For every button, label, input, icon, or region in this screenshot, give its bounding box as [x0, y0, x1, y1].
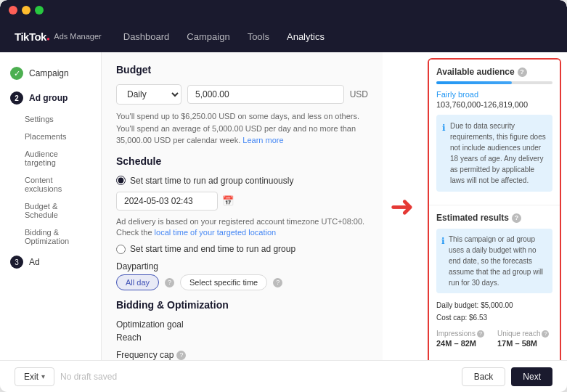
unique-reach-metric: Unique reach ? 17M – 58M	[497, 330, 552, 348]
budget-note: You'll spend up to $6,250.00 USD on some…	[116, 110, 368, 147]
bottom-left: Exit ▾ No draft saved	[15, 367, 117, 386]
chevron-down-icon: ▾	[41, 372, 45, 380]
dayparting-row: All day ? Select specific time ?	[116, 274, 368, 290]
next-button[interactable]: Next	[511, 367, 552, 386]
audience-info-icon[interactable]: ?	[518, 68, 527, 77]
estimated-title: Estimated results ?	[436, 213, 552, 223]
schedule-note-link[interactable]: local time of your targeted location	[155, 228, 277, 237]
title-bar	[0, 0, 567, 20]
top-nav: TikTok● Ads Manager Dashboard Campaign T…	[0, 20, 567, 52]
sidebar-sub-settings[interactable]: Settings	[0, 110, 101, 128]
sidebar-sub-content[interactable]: Content exclusions	[0, 171, 101, 197]
budget-row: Daily USD	[116, 84, 368, 105]
unique-reach-value: 17M – 58M	[497, 339, 552, 348]
sidebar-sub-placements[interactable]: Placements	[0, 128, 101, 145]
minimize-button[interactable]	[22, 6, 30, 15]
sidebar-label-campaign: Campaign	[29, 68, 69, 78]
optimization-goal-row: Optimization goal Reach	[116, 319, 368, 343]
sidebar-sub-budget[interactable]: Budget & Schedule	[0, 197, 101, 224]
content-area: Budget Daily USD You'll spend up to $6,2…	[102, 52, 567, 360]
daily-budget-label: Daily budget:	[436, 301, 478, 309]
cost-cap-value: $6.53	[469, 314, 487, 322]
right-panel-highlighted: Available audience ? Fairly broad 103,76…	[428, 58, 561, 360]
bidding-section-title: Bidding & Optimization	[116, 299, 368, 311]
specific-info-icon[interactable]: ?	[273, 278, 282, 287]
info-circle-icon2: ℹ	[441, 234, 445, 288]
sidebar-sub-bidding[interactable]: Bidding & Optimization	[0, 224, 101, 250]
frequency-cap-row: Frequency cap ? Show ads no more than 3 …	[116, 350, 368, 360]
estimated-note-text: This campaign or ad group uses a daily b…	[449, 234, 547, 288]
audience-info-box: ℹ Due to data security requirements, thi…	[436, 115, 552, 192]
schedule-option2-label: Set start time and end time to run ad gr…	[130, 244, 295, 254]
nav-dashboard[interactable]: Dashboard	[123, 28, 170, 45]
metrics-row: Impressions ? 24M – 82M Unique reach ?	[436, 330, 552, 348]
schedule-radio1[interactable]	[116, 176, 126, 185]
sidebar-item-adgroup[interactable]: 2 Ad group	[0, 86, 101, 110]
audience-section: Available audience ? Fairly broad 103,76…	[429, 60, 560, 205]
learn-more-link[interactable]: Learn more	[242, 136, 283, 144]
app-window: TikTok● Ads Manager Dashboard Campaign T…	[0, 0, 567, 392]
nav-tools[interactable]: Tools	[248, 28, 269, 45]
schedule-option2-row: Set start time and end time to run ad gr…	[116, 244, 368, 254]
brand-logo: TikTok● Ads Manager	[15, 30, 102, 43]
info-circle-icon: ℹ	[442, 121, 446, 186]
brand-name: TikTok●	[15, 30, 49, 43]
step-number-ad: 3	[10, 256, 23, 269]
sidebar-sub-audience[interactable]: Audience targeting	[0, 145, 101, 171]
back-button[interactable]: Back	[462, 367, 506, 386]
exit-label: Exit	[24, 372, 38, 382]
dayparting-label: Dayparting	[116, 261, 368, 271]
schedule-section-title: Schedule	[116, 155, 368, 167]
schedule-option1-row: Set start time to run ad group continuou…	[116, 176, 368, 186]
right-panel-wrapper: Available audience ? Fairly broad 103,76…	[422, 52, 567, 360]
exit-button[interactable]: Exit ▾	[15, 367, 54, 386]
impressions-metric: Impressions ? 24M – 82M	[436, 330, 491, 348]
nav-analytics[interactable]: Analytics	[287, 28, 325, 45]
frequency-info-icon[interactable]: ?	[176, 351, 186, 360]
frequency-cap-label: Frequency cap ?	[116, 350, 368, 360]
check-icon: ✓	[10, 67, 23, 80]
nav-links: Dashboard Campaign Tools Analytics	[123, 28, 325, 45]
impressions-info-icon[interactable]: ?	[477, 330, 484, 338]
calendar-icon: 📅	[222, 195, 234, 206]
bidding-section: Bidding & Optimization Optimization goal…	[116, 299, 368, 360]
budget-amount-input[interactable]	[187, 85, 344, 104]
right-arrow-icon: ➜	[390, 189, 415, 223]
allday-info-icon[interactable]: ?	[165, 278, 174, 287]
bottom-bar: Exit ▾ No draft saved Back Next	[0, 360, 567, 392]
schedule-radio2[interactable]	[116, 245, 126, 254]
form-panel: Budget Daily USD You'll spend up to $6,2…	[102, 52, 383, 360]
currency-label: USD	[350, 89, 368, 99]
est-details: Daily budget: $5,000.00 Cost cap: $6.53	[436, 299, 552, 324]
estimated-note: ℹ This campaign or ad group uses a daily…	[436, 229, 552, 293]
unique-reach-info-icon[interactable]: ?	[542, 330, 549, 338]
traffic-lights	[9, 6, 44, 15]
draft-status: No draft saved	[60, 372, 117, 382]
impressions-label: Impressions ?	[436, 330, 491, 338]
datetime-input[interactable]	[116, 192, 218, 211]
schedule-option1-label: Set start time to run ad group continuou…	[130, 176, 293, 186]
optimization-goal-value: Reach	[116, 332, 368, 343]
nav-buttons: Back Next	[462, 367, 552, 386]
maximize-button[interactable]	[35, 6, 44, 15]
estimated-info-icon[interactable]: ?	[512, 213, 521, 223]
main-layout: ✓ Campaign 2 Ad group Settings Placement…	[0, 52, 567, 360]
unique-reach-label: Unique reach ?	[497, 330, 552, 338]
specific-time-button[interactable]: Select specific time	[180, 274, 267, 290]
impressions-value: 24M – 82M	[436, 339, 491, 348]
step-number-adgroup: 2	[10, 91, 23, 105]
arrow-container: ➜	[383, 52, 422, 360]
audience-progress-bar	[436, 81, 552, 84]
audience-title: Available audience ?	[436, 67, 552, 77]
audience-info-text: Due to data security requirements, this …	[450, 121, 547, 186]
sidebar-item-ad[interactable]: 3 Ad	[0, 250, 101, 274]
sidebar-label-adgroup: Ad group	[29, 93, 68, 103]
audience-breadth: Fairly broad	[436, 90, 552, 99]
allday-button[interactable]: All day	[116, 274, 159, 290]
sidebar-item-campaign[interactable]: ✓ Campaign	[0, 61, 101, 86]
schedule-note: Ad delivery is based on your registered …	[116, 216, 368, 239]
audience-range: 103,760,000-126,819,000	[436, 100, 552, 109]
close-button[interactable]	[9, 6, 17, 15]
nav-campaign[interactable]: Campaign	[187, 28, 229, 45]
budget-type-select[interactable]: Daily	[116, 84, 181, 105]
